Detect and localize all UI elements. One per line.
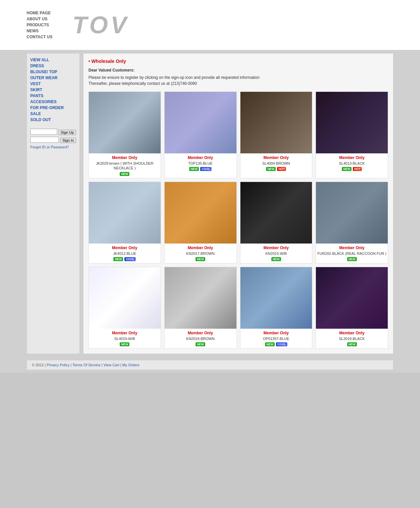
member-only-label: Member Only bbox=[89, 155, 161, 161]
product-code: KN2018-BROWN bbox=[165, 336, 236, 341]
product-image bbox=[240, 92, 312, 153]
new-badge: NEW bbox=[342, 167, 351, 171]
page-wrapper: HOME PAGEABOUT USPRODUCTSNEWSCONTACT US … bbox=[0, 0, 420, 508]
badge-row: NEW bbox=[165, 257, 236, 261]
hot-badge: HOT bbox=[277, 167, 286, 171]
product-item[interactable]: Member OnlyJK4012-BLUENEWCOOL bbox=[88, 182, 161, 263]
product-code: JK2029-brown ( WITH SHOULDER NECKLACE ) bbox=[89, 161, 161, 171]
product-item[interactable]: Member OnlyOP01357-BLUENEWCOOL bbox=[240, 267, 313, 349]
copyright: © 2012 | bbox=[32, 363, 47, 367]
product-item[interactable]: Member OnlyJK2029-brown ( WITH SHOULDER … bbox=[88, 91, 161, 178]
sidebar-nav-link[interactable]: PANTS bbox=[30, 93, 76, 99]
new-badge: NEW bbox=[196, 342, 205, 346]
product-image bbox=[89, 182, 161, 244]
sidebar-nav-link[interactable]: FOR PRE-ORDER bbox=[30, 105, 76, 111]
main-content: VIEW ALLDRESSBLOUSE/ TOPOUTER WEARVESTSK… bbox=[0, 50, 420, 357]
product-code: SL4019-W/B bbox=[89, 336, 161, 341]
password-input[interactable] bbox=[30, 137, 59, 143]
product-code: TOP135-BLUE bbox=[165, 161, 236, 166]
badge-row: NEW bbox=[89, 342, 161, 346]
member-only-label: Member Only bbox=[165, 330, 236, 336]
dear-body1: Please be ensure to register by clicking… bbox=[88, 75, 388, 81]
username-input[interactable] bbox=[30, 129, 57, 135]
product-image bbox=[240, 267, 312, 329]
footer-link[interactable]: My Orders bbox=[122, 363, 139, 367]
product-item[interactable]: Member OnlySL4004-BROWNNEWHOT bbox=[240, 91, 313, 178]
product-item[interactable]: Member OnlySL4019-W/BNEW bbox=[88, 267, 161, 349]
product-item[interactable]: Member OnlyKN2015-W/BNEW bbox=[240, 182, 313, 263]
sidebar-nav-link[interactable]: DRESS bbox=[30, 63, 76, 69]
product-item[interactable]: Member OnlyKN2018-BROWNNEW bbox=[164, 267, 237, 349]
sidebar-nav-link[interactable]: SALE bbox=[30, 111, 76, 117]
new-badge: NEW bbox=[120, 172, 129, 176]
sidebar-nav-link[interactable]: SOLD OUT bbox=[30, 117, 76, 123]
sidebar-nav-link[interactable]: ACCESORIES bbox=[30, 99, 76, 105]
member-only-label: Member Only bbox=[316, 155, 388, 161]
new-badge: NEW bbox=[113, 257, 123, 261]
sidebar: VIEW ALLDRESSBLOUSE/ TOPOUTER WEARVESTSK… bbox=[27, 53, 80, 354]
product-item[interactable]: Member OnlySL4013-BLACKNEWHOT bbox=[316, 91, 388, 178]
badge-row: NEW bbox=[316, 342, 388, 346]
product-item[interactable]: Member OnlyKN2017-BROWNNEW bbox=[164, 182, 237, 263]
sidebar-nav-link[interactable]: OUTER WEAR bbox=[30, 75, 76, 81]
sidebar-nav-link[interactable]: SKIRT bbox=[30, 87, 76, 93]
member-only-label: Member Only bbox=[240, 330, 312, 336]
member-only-label: Member Only bbox=[165, 245, 236, 251]
product-item[interactable]: Member OnlyFUR202-BLACK (REAL RACCOON FU… bbox=[316, 182, 388, 263]
new-badge: NEW bbox=[265, 342, 275, 346]
signin-button[interactable]: Sign In bbox=[60, 138, 76, 143]
footer-content: © 2012 | Privacy Policy | Terms Of Servi… bbox=[27, 360, 393, 370]
products-area: Wholesale Only Dear Valued Customers: Pl… bbox=[83, 53, 393, 354]
footer-link[interactable]: Privacy Policy bbox=[47, 363, 70, 367]
cool-badge: COOL bbox=[200, 167, 211, 171]
product-code: KN2017-BROWN bbox=[165, 251, 236, 256]
new-badge: NEW bbox=[120, 342, 129, 346]
product-image bbox=[240, 182, 312, 244]
footer-link[interactable]: View Cart bbox=[103, 363, 119, 367]
header-nav: HOME PAGEABOUT USPRODUCTSNEWSCONTACT US bbox=[27, 11, 53, 39]
sidebar-nav-link[interactable]: BLOUSE/ TOP bbox=[30, 69, 76, 75]
new-badge: NEW bbox=[347, 257, 357, 261]
badge-row: NEWCOOL bbox=[89, 257, 161, 261]
header-nav-link[interactable]: HOME PAGE bbox=[27, 11, 53, 15]
sidebar-nav-link[interactable]: VIEW ALL bbox=[30, 57, 76, 63]
badge-row: NEW bbox=[165, 342, 236, 346]
header-nav-link[interactable]: PRODUCTS bbox=[27, 23, 53, 27]
footer-separator: | bbox=[100, 363, 103, 367]
product-image bbox=[316, 182, 388, 244]
product-image bbox=[316, 267, 388, 329]
product-item[interactable]: Member OnlySL2019-BLACKNEW bbox=[316, 267, 388, 349]
header-nav-link[interactable]: NEWS bbox=[27, 29, 53, 33]
footer-separator: | bbox=[119, 363, 122, 367]
header: HOME PAGEABOUT USPRODUCTSNEWSCONTACT US … bbox=[0, 0, 420, 50]
new-badge: NEW bbox=[271, 257, 281, 261]
footer-separator: | bbox=[70, 363, 72, 367]
product-code: FUR202-BLACK (REAL RACCOON FUR ) bbox=[316, 251, 388, 256]
signup-button[interactable]: Sign Up bbox=[59, 130, 76, 135]
member-only-label: Member Only bbox=[240, 155, 312, 161]
new-badge: NEW bbox=[189, 167, 199, 171]
cool-badge: COOL bbox=[124, 257, 136, 261]
badge-row: NEWHOT bbox=[316, 167, 388, 171]
product-code: SL4004-BROWN bbox=[240, 161, 312, 166]
member-only-label: Member Only bbox=[89, 245, 161, 251]
product-image bbox=[316, 92, 388, 153]
dear-title: Dear Valued Customers: bbox=[88, 67, 388, 73]
badge-row: NEW bbox=[240, 257, 312, 261]
member-only-label: Member Only bbox=[89, 330, 161, 336]
dear-customers: Dear Valued Customers: Please be ensure … bbox=[88, 67, 388, 86]
new-badge: NEW bbox=[266, 167, 276, 171]
product-code: KN2015-W/B bbox=[240, 251, 312, 256]
logo: TOV bbox=[72, 11, 129, 39]
badge-row: NEW bbox=[89, 172, 161, 176]
header-nav-link[interactable]: CONTACT US bbox=[27, 35, 53, 39]
product-image bbox=[165, 182, 236, 244]
product-item[interactable]: Member OnlyTOP135-BLUENEWCOOL bbox=[164, 91, 237, 178]
header-nav-link[interactable]: ABOUT US bbox=[27, 17, 53, 21]
forget-link[interactable]: Forget ID or Password? bbox=[30, 145, 69, 149]
footer-link[interactable]: Terms Of Service bbox=[72, 363, 100, 367]
sidebar-nav-link[interactable]: VEST bbox=[30, 81, 76, 87]
member-only-label: Member Only bbox=[165, 155, 236, 161]
member-only-label: Member Only bbox=[316, 330, 388, 336]
member-only-label: Member Only bbox=[240, 245, 312, 251]
